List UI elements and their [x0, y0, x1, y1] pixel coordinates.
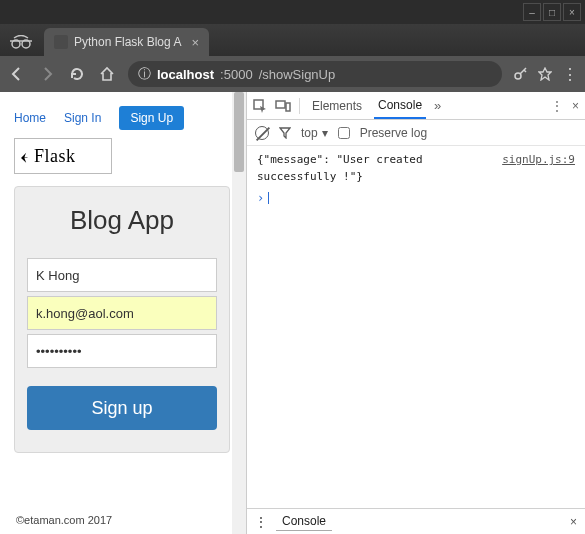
inspect-element-icon[interactable]	[253, 99, 267, 113]
tab-close-icon[interactable]: ×	[191, 35, 199, 50]
bookmark-star-icon[interactable]	[538, 67, 552, 81]
drawer-menu-button[interactable]: ⋮	[255, 515, 266, 529]
url-host: localhost	[157, 67, 214, 82]
context-label: top	[301, 126, 318, 140]
content-area: Home Sign In Sign Up 𐎓 Flask Blog App Si…	[0, 92, 585, 534]
nav-home-link[interactable]: Home	[14, 111, 46, 125]
preserve-log-label: Preserve log	[360, 126, 427, 140]
address-bar[interactable]: ⓘ localhost:5000/showSignUp	[128, 61, 502, 87]
console-log-entry: {"message": "User created successfully !…	[247, 146, 585, 191]
url-path: /showSignUp	[259, 67, 336, 82]
chevron-down-icon: ▾	[322, 126, 328, 140]
signup-submit-button[interactable]: Sign up	[27, 386, 217, 430]
site-info-icon[interactable]: ⓘ	[138, 65, 151, 83]
page-scrollbar[interactable]	[232, 92, 246, 534]
tab-favicon	[54, 35, 68, 49]
svg-rect-4	[276, 101, 285, 108]
tab-console[interactable]: Console	[374, 92, 426, 119]
context-selector[interactable]: top ▾	[301, 126, 328, 140]
signup-card: Blog App Sign up	[14, 186, 230, 453]
filter-icon[interactable]	[279, 127, 291, 139]
incognito-icon	[4, 28, 38, 56]
nav-signup-button[interactable]: Sign Up	[119, 106, 184, 130]
prompt-caret-icon: ›	[257, 191, 264, 205]
console-prompt[interactable]: ›	[247, 191, 585, 205]
flask-logo-text: Flask	[34, 146, 76, 167]
back-button[interactable]	[8, 65, 26, 83]
devtools-menu-button[interactable]: ⋮	[551, 99, 562, 113]
devtools-close-button[interactable]: ×	[572, 99, 579, 113]
email-field[interactable]	[27, 296, 217, 330]
card-title: Blog App	[27, 205, 217, 236]
clear-console-icon[interactable]	[255, 126, 269, 140]
divider	[299, 98, 300, 114]
window-maximize-button[interactable]: □	[543, 3, 561, 21]
password-key-icon[interactable]	[514, 67, 528, 81]
page-body: Home Sign In Sign Up 𐎓 Flask Blog App Si…	[0, 92, 246, 534]
reload-button[interactable]	[68, 65, 86, 83]
scrollbar-thumb[interactable]	[234, 92, 244, 172]
log-source-link[interactable]: signUp.js:9	[502, 152, 575, 185]
site-nav: Home Sign In Sign Up	[14, 106, 230, 130]
preserve-log-checkbox[interactable]	[338, 127, 350, 139]
window-close-button[interactable]: ×	[563, 3, 581, 21]
browser-window: Python Flask Blog A × ⓘ localhost:5000/s…	[0, 24, 585, 534]
drawer-close-button[interactable]: ×	[570, 515, 577, 529]
url-port: :5000	[220, 67, 253, 82]
svg-rect-5	[286, 103, 290, 111]
devtools-drawer: ⋮ Console ×	[247, 508, 585, 534]
page-footer: ©etaman.com 2017	[16, 514, 112, 526]
more-tabs-icon[interactable]: »	[434, 98, 441, 113]
flask-logo: 𐎓 Flask	[14, 138, 112, 174]
page-viewport: Home Sign In Sign Up 𐎓 Flask Blog App Si…	[0, 92, 246, 534]
tab-title: Python Flask Blog A	[74, 35, 181, 49]
flask-logo-icon: 𐎓	[21, 145, 29, 168]
console-toolbar: top ▾ Preserve log	[247, 120, 585, 146]
toolbar-right: ⋮	[514, 65, 577, 84]
drawer-tab-console[interactable]: Console	[276, 512, 332, 531]
name-field[interactable]	[27, 258, 217, 292]
tab-elements[interactable]: Elements	[308, 92, 366, 119]
home-button[interactable]	[98, 65, 116, 83]
forward-button[interactable]	[38, 65, 56, 83]
nav-signin-link[interactable]: Sign In	[64, 111, 101, 125]
log-message[interactable]: {"message": "User created successfully !…	[257, 152, 494, 185]
tab-row: Python Flask Blog A ×	[0, 24, 585, 56]
browser-tab[interactable]: Python Flask Blog A ×	[44, 28, 209, 56]
os-titlebar: – □ ×	[0, 0, 585, 24]
prompt-cursor	[268, 192, 269, 204]
password-field[interactable]	[27, 334, 217, 368]
address-bar-row: ⓘ localhost:5000/showSignUp ⋮	[0, 56, 585, 92]
toggle-device-icon[interactable]	[275, 99, 291, 113]
devtools-panel: Elements Console » ⋮ × top ▾ Preserve l	[246, 92, 585, 534]
devtools-tabs: Elements Console » ⋮ ×	[247, 92, 585, 120]
window-minimize-button[interactable]: –	[523, 3, 541, 21]
browser-menu-button[interactable]: ⋮	[562, 65, 577, 84]
